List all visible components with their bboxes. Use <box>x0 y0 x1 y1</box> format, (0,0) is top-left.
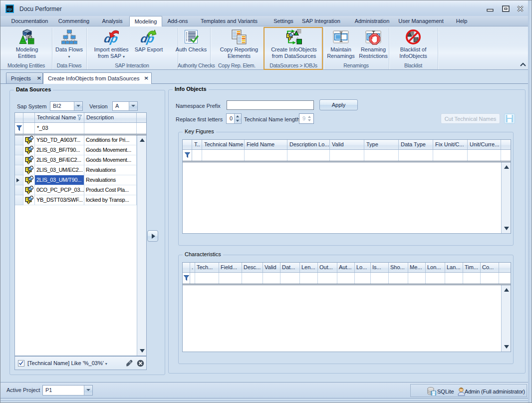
svg-text:dp: dp <box>7 7 12 11</box>
